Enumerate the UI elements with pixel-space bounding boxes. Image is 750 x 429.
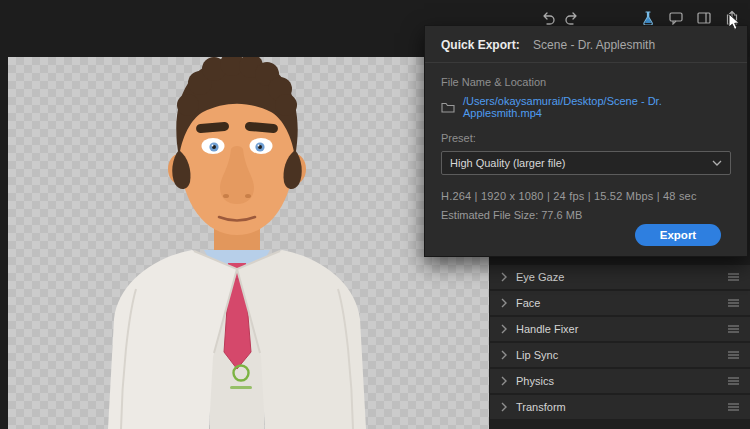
behavior-label: Face	[516, 297, 540, 309]
nostril-left	[223, 194, 229, 198]
behavior-row-transform[interactable]: Transform	[490, 395, 750, 419]
chevron-right-icon[interactable]	[501, 376, 507, 386]
behavior-row-handle-fixer[interactable]: Handle Fixer	[490, 317, 750, 341]
behavior-menu-icon[interactable]	[728, 325, 739, 333]
behavior-label: Transform	[516, 401, 566, 413]
panel-layout-button[interactable]	[696, 10, 712, 26]
share-export-button[interactable]	[724, 10, 740, 26]
test-flask-button[interactable]	[640, 10, 656, 26]
undo-button[interactable]	[540, 10, 556, 26]
panel-layout-icon	[696, 10, 712, 26]
behavior-label: Physics	[516, 375, 554, 387]
quick-export-scene-name: Scene - Dr. Applesmith	[533, 38, 655, 52]
behavior-menu-icon[interactable]	[728, 273, 739, 281]
chevron-down-icon	[712, 160, 722, 166]
file-location-label: File Name & Location	[441, 76, 731, 88]
behavior-row-lip-sync[interactable]: Lip Sync	[490, 343, 750, 367]
export-button[interactable]: Export	[635, 224, 721, 246]
chevron-right-icon[interactable]	[501, 350, 507, 360]
behavior-label: Lip Sync	[516, 349, 558, 361]
chevron-right-icon[interactable]	[501, 402, 507, 412]
redo-button[interactable]	[564, 10, 580, 26]
undo-icon	[540, 10, 556, 26]
behavior-menu-icon[interactable]	[728, 403, 739, 411]
preset-label: Preset:	[441, 132, 731, 144]
format-info: H.264 | 1920 x 1080 | 24 fps | 15.52 Mbp…	[441, 190, 731, 202]
preset-select[interactable]: High Quality (larger file)	[441, 151, 731, 175]
behavior-menu-icon[interactable]	[728, 351, 739, 359]
behavior-label: Eye Gaze	[516, 271, 564, 283]
nostril-right	[245, 194, 251, 198]
behaviors-list: Eye Gaze Face Handle Fixer Lip Sync Phys	[490, 265, 750, 421]
chevron-right-icon[interactable]	[501, 324, 507, 334]
behavior-row-physics[interactable]: Physics	[490, 369, 750, 393]
scene-canvas[interactable]	[8, 57, 489, 429]
file-path-row: /Users/okaysamurai/Desktop/Scene - Dr. A…	[441, 95, 731, 119]
chevron-right-icon[interactable]	[501, 272, 507, 282]
behavior-row-face[interactable]: Face	[490, 291, 750, 315]
behavior-row-eye-gaze[interactable]: Eye Gaze	[490, 265, 750, 289]
quick-export-header: Quick Export: Scene - Dr. Applesmith	[425, 26, 747, 63]
coat-logo-text	[230, 386, 252, 389]
estimated-file-size: Estimated File Size: 77.6 MB	[441, 209, 731, 221]
share-icon	[724, 10, 740, 26]
behavior-menu-icon[interactable]	[728, 377, 739, 385]
file-path-link[interactable]: /Users/okaysamurai/Desktop/Scene - Dr. A…	[463, 95, 731, 119]
behavior-menu-icon[interactable]	[728, 299, 739, 307]
preset-value: High Quality (larger file)	[450, 157, 566, 169]
flask-icon	[640, 10, 656, 26]
quick-export-panel: Quick Export: Scene - Dr. Applesmith Fil…	[424, 25, 748, 257]
behavior-label: Handle Fixer	[516, 323, 578, 335]
comments-button[interactable]	[668, 10, 684, 26]
quick-export-title: Quick Export:	[441, 38, 520, 52]
redo-icon	[564, 10, 580, 26]
folder-icon	[441, 101, 455, 113]
comment-icon	[668, 10, 684, 26]
character-dr-applesmith[interactable]	[8, 57, 489, 429]
app-window: Eye Gaze Face Handle Fixer Lip Sync Phys	[0, 0, 750, 429]
chevron-right-icon[interactable]	[501, 298, 507, 308]
